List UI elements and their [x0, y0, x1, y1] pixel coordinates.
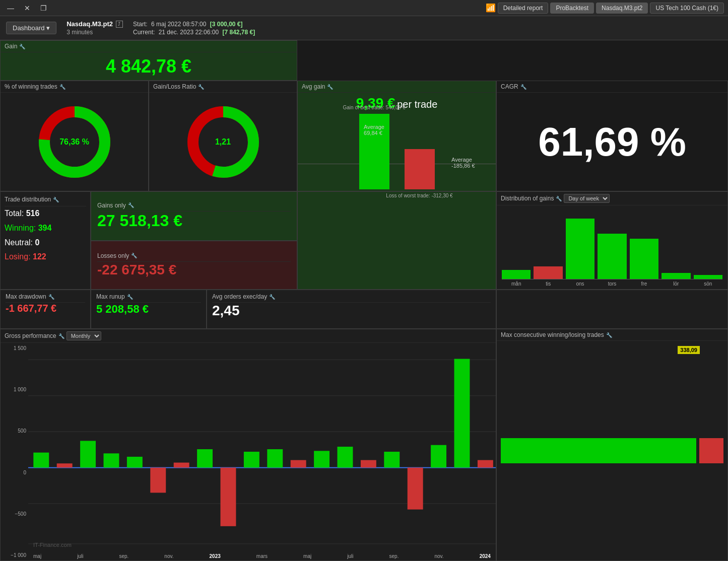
avg-orders-value: 2,45 — [212, 303, 240, 318]
donut-section: % of winning trades 🔧 76,36 % Gain/Loss … — [0, 81, 297, 191]
svg-rect-15 — [150, 468, 166, 493]
svg-rect-19 — [244, 452, 259, 468]
start-info: Start: 6 maj 2022 08:57:00 [3 000,00 €] — [133, 21, 255, 28]
label-wed: ons — [566, 281, 594, 287]
avg-gain-hero: 9,39 € per trade — [298, 93, 496, 114]
gain-wrench[interactable]: 🔧 — [19, 44, 25, 49]
dist-bar-tue-bar — [534, 266, 562, 279]
max-runup-title: Max runup 🔧 — [96, 293, 201, 303]
dashboard-button[interactable]: Dashboard ▾ — [6, 22, 56, 34]
losing-row: Losing: 122 — [5, 250, 86, 264]
x-maj: maj — [33, 553, 41, 559]
gain-loss-value: 1,21 — [215, 137, 231, 147]
max-runup-wrench[interactable]: 🔧 — [127, 294, 133, 300]
x-labels: maj juli sep. nov. 2023 mars maj juli se… — [28, 553, 496, 559]
y-axis: Gains: € 1 500 1 000 500 0 −500 −1 000 — [1, 343, 28, 560]
total-row: Total: 516 — [5, 206, 86, 221]
max-drawdown-wrench[interactable]: 🔧 — [48, 294, 54, 300]
avg-orders-label: Avg orders exec/day — [212, 293, 267, 300]
dist-gains-wrench[interactable]: 🔧 — [556, 196, 562, 201]
label-fri: fre — [630, 281, 658, 287]
avg-pos-label: Average 69,84 € — [364, 124, 384, 136]
row2: % of winning trades 🔧 76,36 % Gain/Loss … — [0, 81, 728, 191]
y-1500: 1 500 — [3, 345, 26, 351]
avg-gain-label: Avg gain — [302, 83, 325, 90]
gross-perf-wrench[interactable]: 🔧 — [58, 333, 64, 339]
max-drawdown-panel: Max drawdown 🔧 -1 667,77 € — [0, 290, 91, 329]
gross-perf-title-row: Gross performance 🔧 Monthly — [1, 329, 496, 343]
cagr-title: CAGR — [501, 83, 518, 90]
consec-red-bar — [699, 438, 723, 463]
cagr-title-row: CAGR 🔧 — [497, 81, 727, 93]
avg-gain-spacer — [297, 40, 496, 81]
max-drawdown-value: -1 667,77 € — [6, 303, 56, 314]
losses-only-title: Losses only 🔧 — [97, 252, 291, 262]
dist-bar-wed — [566, 219, 594, 279]
consec-title: Max consecutive winning/losing trades — [501, 331, 604, 338]
dist-bar-thu — [598, 234, 626, 279]
cagr-panel: CAGR 🔧 61,69 % — [496, 81, 728, 191]
winning-trades-panel: % of winning trades 🔧 76,36 % — [0, 81, 149, 191]
avg-orders-wrench[interactable]: 🔧 — [269, 294, 275, 300]
close-button[interactable]: ✕ — [21, 3, 33, 13]
row3: Trade distribution 🔧 Total: 516 Winning:… — [0, 191, 728, 290]
svg-rect-27 — [431, 445, 446, 468]
dist-bar-sat — [661, 273, 690, 279]
strategy-info: Nasdaq.M3.pt2 ⤴ 3 minutes — [67, 20, 123, 36]
svg-rect-13 — [104, 453, 119, 467]
minimize-button[interactable]: — — [4, 3, 17, 13]
losses-only-label: Losses only — [97, 252, 129, 259]
losses-only-wrench[interactable]: 🔧 — [131, 253, 137, 258]
label-sat: lör — [661, 281, 690, 287]
dist-bar-tue — [534, 266, 562, 279]
current-info: Current: 21 dec. 2023 22:06:00 [7 842,78… — [133, 29, 255, 36]
cagr-wrench[interactable]: 🔧 — [520, 84, 526, 90]
gains-only-title: Gains only 🔧 — [97, 202, 291, 212]
cagr-spacer — [496, 40, 728, 81]
winning-trades-value: 76,36 % — [59, 137, 89, 147]
trade-dist-wrench[interactable]: 🔧 — [53, 197, 59, 202]
gain-loss-wrench[interactable]: 🔧 — [198, 84, 204, 90]
instrument-button[interactable]: US Tech 100 Cash (1€) — [650, 3, 724, 14]
row5: Gross performance 🔧 Monthly Gains: € 1 5… — [0, 329, 728, 561]
consec-wrench[interactable]: 🔧 — [606, 332, 612, 338]
strategy-timeframe: 3 minutes — [67, 29, 123, 36]
gains-only-wrench[interactable]: 🔧 — [128, 202, 134, 208]
x-sep: sep. — [119, 553, 128, 559]
export-icon[interactable]: ⤴ — [116, 21, 123, 28]
gross-perf-dropdown[interactable]: Monthly — [67, 331, 101, 340]
svg-rect-11 — [57, 463, 73, 467]
winning-trades-wrench[interactable]: 🔧 — [59, 84, 65, 90]
svg-rect-18 — [221, 468, 236, 526]
svg-rect-28 — [454, 359, 470, 468]
winning-row: Winning: 394 — [5, 221, 86, 236]
top-bar: — ✕ ❐ 📶 Detailed report ProBacktest Nasd… — [0, 0, 728, 16]
strategy-button[interactable]: Nasdaq.M3.pt2 — [596, 3, 648, 14]
date-info: Start: 6 maj 2022 08:57:00 [3 000,00 €] … — [133, 21, 255, 36]
winning-trades-label: % of winning trades — [5, 83, 57, 90]
max-runup-value: 5 208,58 € — [96, 303, 149, 315]
svg-rect-10 — [33, 453, 49, 468]
restore-button[interactable]: ❐ — [37, 3, 50, 13]
dist-bars-area — [499, 208, 725, 279]
dist-gains-dropdown[interactable]: Day of week — [564, 194, 610, 203]
label-sun: sön — [694, 281, 722, 287]
avg-gain-wrench[interactable]: 🔧 — [327, 84, 333, 90]
probacktest-button[interactable]: ProBacktest — [550, 3, 594, 14]
x-maj2: maj — [303, 553, 311, 559]
dist-bar-mon-bar — [502, 270, 531, 279]
avg-neg-label: Average -185,86 € — [451, 157, 475, 169]
x-nov: nov. — [164, 553, 173, 559]
detailed-report-button[interactable]: Detailed report — [498, 3, 549, 14]
dist-bar-sun — [694, 275, 722, 279]
avg-gain-bottom-spacer — [297, 191, 496, 290]
consec-panel: Max consecutive winning/losing trades 🔧 … — [496, 329, 728, 561]
gain-loss-title: Gain/Loss Ratio 🔧 — [149, 81, 297, 93]
pos-bar-col: Gain of best trade: 540,00 € Average 69,… — [359, 114, 389, 189]
dist-bar-sun-bar — [694, 275, 722, 279]
strategy-name-row: Nasdaq.M3.pt2 ⤴ — [67, 20, 123, 28]
svg-rect-23 — [338, 447, 353, 468]
neg-bar — [405, 149, 435, 189]
x-juli2: juli — [347, 553, 353, 559]
nav-buttons: 📶 Detailed report ProBacktest Nasdaq.M3.… — [486, 3, 724, 14]
